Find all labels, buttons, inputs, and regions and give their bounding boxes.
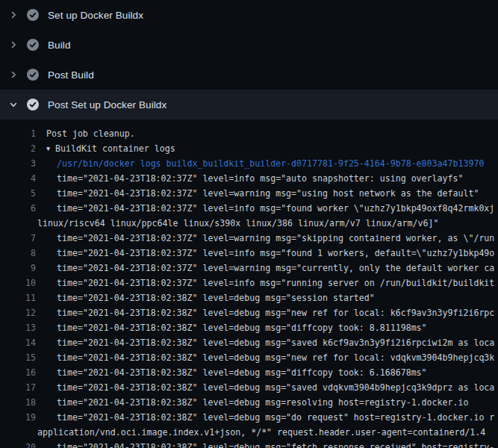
step-label: Build: [48, 40, 71, 51]
log-text: linux/riscv64 linux/ppc64le linux/s390x …: [36, 218, 438, 228]
log-line: 18time="2021-04-23T18:02:38Z" level=debu…: [0, 395, 498, 410]
log-line: 13time="2021-04-23T18:02:38Z" level=debu…: [0, 320, 498, 335]
step-header-build[interactable]: Build: [0, 30, 498, 60]
step-label: Set up Docker Buildx: [48, 10, 143, 21]
line-number[interactable]: 20: [0, 442, 36, 448]
line-number[interactable]: 2: [0, 143, 36, 154]
log-line: 8time="2021-04-23T18:02:37Z" level=info …: [0, 246, 498, 261]
log-line: 20time="2021-04-23T18:02:38Z" level=debu…: [0, 440, 498, 448]
chevron-down-icon: [9, 100, 18, 109]
log-text: time="2021-04-23T18:02:37Z" level=info m…: [36, 173, 463, 184]
log-line: 9time="2021-04-23T18:02:37Z" level=warni…: [0, 261, 498, 276]
check-circle-icon: [27, 9, 39, 21]
log-line: 14time="2021-04-23T18:02:38Z" level=debu…: [0, 335, 498, 350]
log-body: 1Post job cleanup.2▼ BuildKit container …: [0, 119, 498, 448]
group-title-text: BuildKit container logs: [55, 143, 175, 154]
log-line-wrap: application/vnd.oci.image.index.v1+json,…: [0, 425, 498, 440]
log-line: 7time="2021-04-23T18:02:37Z" level=warni…: [0, 231, 498, 246]
log-text: time="2021-04-23T18:02:37Z" level=info m…: [36, 203, 494, 214]
log-text: application/vnd.oci.image.index.v1+json,…: [36, 427, 485, 438]
log-text: Post job cleanup.: [36, 128, 135, 139]
log-line: 19time="2021-04-23T18:02:38Z" level=debu…: [0, 410, 498, 425]
log-line-wrap: linux/riscv64 linux/ppc64le linux/s390x …: [0, 216, 498, 231]
line-number[interactable]: 15: [0, 352, 36, 363]
log-text: time="2021-04-23T18:02:38Z" level=debug …: [36, 367, 427, 378]
line-number[interactable]: 18: [0, 397, 36, 408]
log-text: time="2021-04-23T18:02:38Z" level=debug …: [36, 308, 494, 318]
chevron-right-icon: [9, 70, 18, 79]
log-text: time="2021-04-23T18:02:38Z" level=debug …: [36, 397, 468, 408]
log-line: 5time="2021-04-23T18:02:37Z" level=warni…: [0, 186, 498, 201]
log-line: 4time="2021-04-23T18:02:37Z" level=info …: [0, 171, 498, 186]
log-text[interactable]: ▼ BuildKit container logs: [36, 143, 175, 154]
log-line: 17time="2021-04-23T18:02:38Z" level=debu…: [0, 380, 498, 395]
log-line: 16time="2021-04-23T18:02:38Z" level=debu…: [0, 365, 498, 380]
line-number[interactable]: 5: [0, 188, 36, 199]
step-header-post-build[interactable]: Post Build: [0, 60, 498, 90]
log-line: 1Post job cleanup.: [0, 126, 498, 141]
check-circle-icon: [27, 69, 39, 81]
step-label: Post Build: [48, 69, 94, 81]
step-list: Set up Docker BuildxBuildPost BuildPost …: [0, 0, 498, 119]
line-number[interactable]: 11: [0, 293, 36, 303]
step-label: Post Set up Docker Buildx: [48, 99, 166, 111]
log-text: time="2021-04-23T18:02:37Z" level=warnin…: [36, 188, 479, 199]
chevron-right-icon: [9, 40, 18, 49]
line-number[interactable]: 4: [0, 173, 36, 184]
log-text: time="2021-04-23T18:02:38Z" level=debug …: [36, 337, 494, 348]
log-line: 2▼ BuildKit container logs: [0, 141, 498, 156]
log-command-text: /usr/bin/docker logs buildx_buildkit_bui…: [36, 158, 484, 169]
log-text: time="2021-04-23T18:02:38Z" level=debug …: [36, 442, 494, 448]
log-text: time="2021-04-23T18:02:38Z" level=debug …: [36, 412, 494, 423]
line-number[interactable]: 12: [0, 308, 36, 318]
line-number[interactable]: 16: [0, 367, 36, 378]
line-number[interactable]: 13: [0, 323, 36, 333]
check-circle-icon: [27, 99, 39, 111]
line-number[interactable]: 3: [0, 158, 36, 169]
log-text: time="2021-04-23T18:02:37Z" level=warnin…: [36, 263, 494, 273]
log-line: 11time="2021-04-23T18:02:38Z" level=debu…: [0, 290, 498, 305]
log-line: 3/usr/bin/docker logs buildx_buildkit_bu…: [0, 156, 498, 171]
line-number[interactable]: 8: [0, 248, 36, 258]
chevron-right-icon: [9, 10, 18, 19]
log-line: 6time="2021-04-23T18:02:37Z" level=info …: [0, 201, 498, 216]
line-number[interactable]: 9: [0, 263, 36, 273]
line-number[interactable]: 14: [0, 337, 36, 348]
log-text: time="2021-04-23T18:02:38Z" level=debug …: [36, 352, 494, 363]
group-title: BuildKit container logs: [50, 143, 175, 154]
check-circle-icon: [27, 39, 39, 51]
log-text: time="2021-04-23T18:02:38Z" level=debug …: [36, 293, 375, 303]
log-text: time="2021-04-23T18:02:37Z" level=info m…: [36, 278, 494, 288]
line-number[interactable]: 10: [0, 278, 36, 288]
step-header-post-set-up-docker-buildx[interactable]: Post Set up Docker Buildx: [0, 90, 498, 119]
log-line: 10time="2021-04-23T18:02:37Z" level=info…: [0, 276, 498, 290]
workflow-log-viewer: Set up Docker BuildxBuildPost BuildPost …: [0, 0, 498, 448]
log-text: time="2021-04-23T18:02:38Z" level=debug …: [36, 382, 494, 393]
line-number[interactable]: 6: [0, 203, 36, 214]
log-line: 12time="2021-04-23T18:02:38Z" level=debu…: [0, 305, 498, 320]
step-header-set-up-docker-buildx[interactable]: Set up Docker Buildx: [0, 0, 498, 30]
line-number[interactable]: 7: [0, 233, 36, 243]
line-number[interactable]: 17: [0, 382, 36, 393]
line-number[interactable]: 19: [0, 412, 36, 423]
line-number[interactable]: 1: [0, 128, 36, 139]
log-text: time="2021-04-23T18:02:37Z" level=warnin…: [36, 233, 494, 243]
log-line: 15time="2021-04-23T18:02:38Z" level=debu…: [0, 350, 498, 365]
log-text: time="2021-04-23T18:02:37Z" level=info m…: [36, 248, 494, 258]
log-text: time="2021-04-23T18:02:38Z" level=debug …: [36, 323, 427, 333]
